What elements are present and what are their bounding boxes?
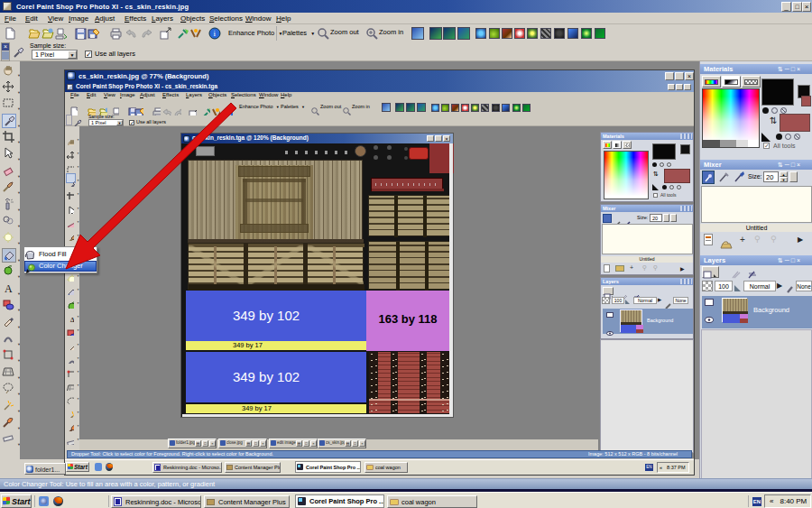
svg-text:A: A bbox=[69, 315, 74, 322]
